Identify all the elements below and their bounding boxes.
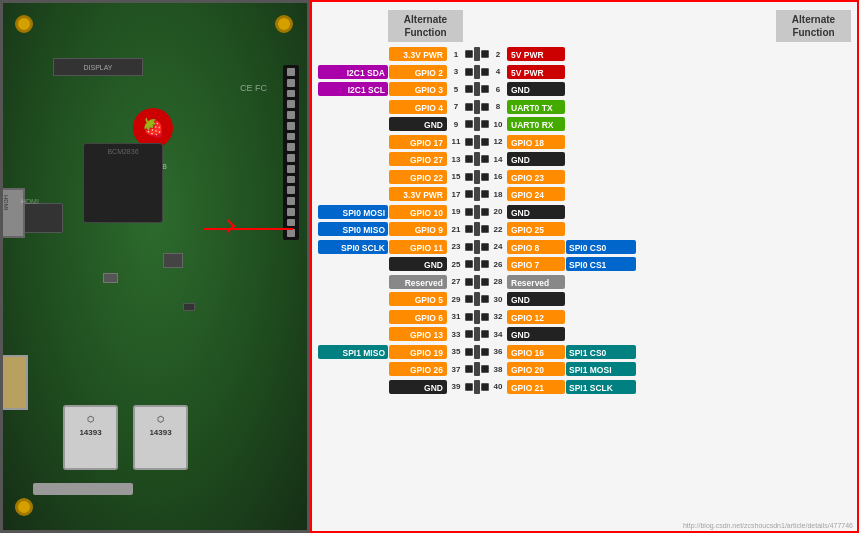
pin-label-right: 5V PWR <box>507 65 565 79</box>
pin-label-right: GPIO 25 <box>507 222 565 236</box>
pin-num-right: 18 <box>490 190 506 199</box>
pin-label-right: GPIO 20 <box>507 362 565 376</box>
alt-right-label <box>566 100 636 114</box>
connector-body <box>474 187 480 201</box>
main-chip: BCM2836 <box>83 143 163 223</box>
alt-func-label-left: Alternate Function <box>388 10 463 42</box>
watermark: http://blog.csdn.net/zcshoucsdn1/article… <box>683 522 853 529</box>
pin-label-left: GPIO 5 <box>389 292 447 306</box>
connector-body <box>474 100 480 114</box>
connector-body <box>474 362 480 376</box>
pcb-component-1 <box>163 253 183 268</box>
pin-dot-left <box>465 243 473 251</box>
pin-label-right: GND <box>507 152 565 166</box>
alt-left-label <box>318 187 388 201</box>
pin-label-left: GPIO 13 <box>389 327 447 341</box>
pin-num-right: 34 <box>490 330 506 339</box>
pin-num-left: 33 <box>448 330 464 339</box>
pin-dot-left <box>465 278 473 286</box>
pin-dot-right <box>481 225 489 233</box>
pin-label-right: UART0 RX <box>507 117 565 131</box>
pin-num-left: 3 <box>448 67 464 76</box>
pin-dot-left <box>465 208 473 216</box>
pin-dot-right <box>481 383 489 391</box>
alt-left-label <box>318 292 388 306</box>
pin-num-left: 1 <box>448 50 464 59</box>
pin-num-right: 8 <box>490 102 506 111</box>
gpio-row: Reserved2728Reserved <box>318 274 851 290</box>
pin-label-left: GPIO 6 <box>389 310 447 324</box>
alt-left-label <box>318 257 388 271</box>
pin-num-left: 17 <box>448 190 464 199</box>
gpio-header-strip <box>283 65 299 240</box>
alt-right-label: SPI0 CS0 <box>566 240 636 254</box>
pin-dot-right <box>481 103 489 111</box>
alt-func-label-right: Alternate Function <box>776 10 851 42</box>
alt-left-label: SPI0 MISO <box>318 222 388 236</box>
pin-num-left: 15 <box>448 172 464 181</box>
alt-right-label <box>566 135 636 149</box>
connector-body <box>474 47 480 61</box>
pin-label-right: GND <box>507 292 565 306</box>
alt-right-label: SPI1 CS0 <box>566 345 636 359</box>
alt-right-label: SPI0 CS1 <box>566 257 636 271</box>
alt-left-label <box>318 310 388 324</box>
pin-dot-left <box>465 225 473 233</box>
gpio-row: SPI0 SCLKGPIO 112324GPIO 8SPI0 CS0 <box>318 239 851 255</box>
pin-label-right: Reserved <box>507 275 565 289</box>
pin-label-left: GPIO 10 <box>389 205 447 219</box>
connector-body <box>474 327 480 341</box>
rpi-logo-icon: 🍓 <box>142 117 164 139</box>
pin-dot-left <box>465 190 473 198</box>
alt-left-label <box>318 47 388 61</box>
alt-right-label: SPI1 SCLK <box>566 380 636 394</box>
gpio-row: GPIO 263738GPIO 20SPI1 MOSI <box>318 361 851 377</box>
alt-right-label: SPI1 MOSI <box>566 362 636 376</box>
pin-dot-left <box>465 120 473 128</box>
alt-right-label <box>566 187 636 201</box>
board-inner: DISPLAY CE FC 🍓 Raspberry Pi 2 Model B B… <box>3 3 307 530</box>
pin-dot-right <box>481 208 489 216</box>
pin-label-right: GPIO 8 <box>507 240 565 254</box>
pin-num-left: 19 <box>448 207 464 216</box>
pin-num-right: 22 <box>490 225 506 234</box>
pin-num-left: 11 <box>448 137 464 146</box>
pin-dot-right <box>481 295 489 303</box>
gpio-row: SPI1 MISOGPIO 193536GPIO 16SPI1 CS0 <box>318 344 851 360</box>
board-section: DISPLAY CE FC 🍓 Raspberry Pi 2 Model B B… <box>0 0 310 533</box>
pin-label-left: GPIO 17 <box>389 135 447 149</box>
pin-num-right: 12 <box>490 137 506 146</box>
pin-dot-right <box>481 348 489 356</box>
gpio-section: Alternate Function Alternate Function 3.… <box>310 0 859 533</box>
alt-left-label: SPI0 MOSI <box>318 205 388 219</box>
mount-hole-tr <box>275 15 293 33</box>
pin-label-left: GPIO 27 <box>389 152 447 166</box>
alt-right-label <box>566 205 636 219</box>
pin-label-left: 3.3V PWR <box>389 47 447 61</box>
pin-dot-left <box>465 313 473 321</box>
pin-label-right: GPIO 16 <box>507 345 565 359</box>
alt-left-label: I2C1 SDA <box>318 65 388 79</box>
pin-num-left: 35 <box>448 347 464 356</box>
connector-body <box>474 205 480 219</box>
connector-body <box>474 82 480 96</box>
gpio-row: SPI0 MOSIGPIO 101920GND <box>318 204 851 220</box>
pin-label-left: 3.3V PWR <box>389 187 447 201</box>
connector-body <box>474 380 480 394</box>
pin-dot-left <box>465 68 473 76</box>
pin-num-left: 5 <box>448 85 464 94</box>
pin-dot-left <box>465 330 473 338</box>
alt-left-label: SPI1 MISO <box>318 345 388 359</box>
sd-card-slot <box>33 483 133 495</box>
pin-dot-left <box>465 103 473 111</box>
pin-dot-right <box>481 155 489 163</box>
pin-num-right: 16 <box>490 172 506 181</box>
gpio-row: GND3940GPIO 21SPI1 SCLK <box>318 379 851 395</box>
pin-dot-right <box>481 313 489 321</box>
gpio-row: GND2526GPIO 7SPI0 CS1 <box>318 256 851 272</box>
pin-num-left: 7 <box>448 102 464 111</box>
gpio-row: 3.3V PWR125V PWR <box>318 46 851 62</box>
pin-dot-right <box>481 260 489 268</box>
gpio-pin-grid: 3.3V PWR125V PWRI2C1 SDAGPIO 2345V PWRI2… <box>318 46 851 395</box>
alt-left-label <box>318 170 388 184</box>
